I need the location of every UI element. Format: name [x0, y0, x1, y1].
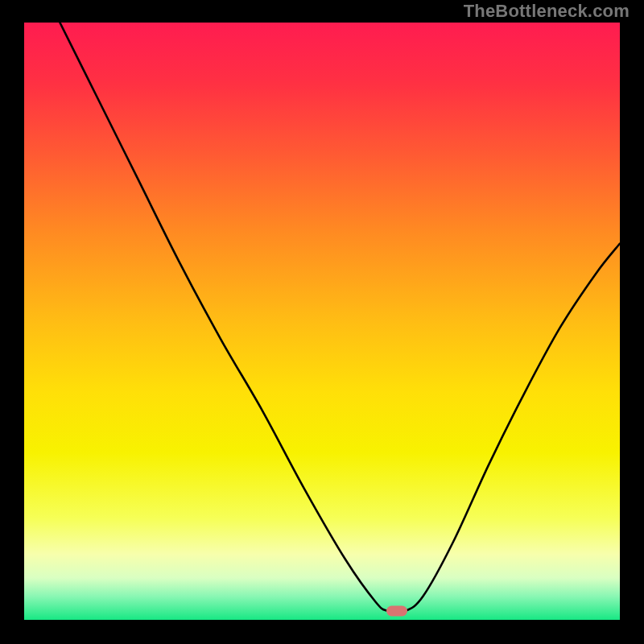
- plot-area: [24, 23, 620, 620]
- plot-svg: [24, 23, 620, 620]
- minimum-marker: [386, 605, 407, 616]
- gradient-rect: [24, 23, 620, 620]
- chart-frame: TheBottleneck.com: [0, 0, 644, 644]
- watermark-text: TheBottleneck.com: [464, 1, 630, 22]
